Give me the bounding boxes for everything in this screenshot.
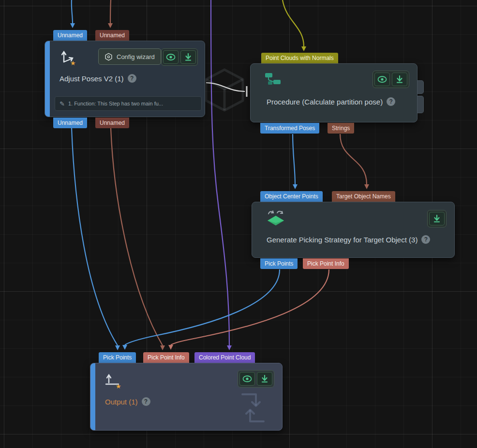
picking-strategy-icon [265,208,287,228]
node-title: Procedure (Calculate partition pose) [267,98,383,106]
config-wizard-label: Config wizard [117,53,155,60]
node-note[interactable]: ✎ 1. Function: This Step has two main fu… [55,96,202,111]
help-badge[interactable]: ? [387,97,395,106]
hexagon-target-icon [104,53,113,61]
node-picking-strategy[interactable]: Generate Picking Strategy for Target Obj… [252,202,455,258]
output-icon: ★ [104,371,123,389]
output-port[interactable]: Unnamed [53,118,87,128]
note-text: 1. Function: This Step has two main fu..… [68,101,163,106]
node-procedure[interactable]: Procedure (Calculate partition pose) ? [250,63,417,122]
adjust-poses-icon: ★ [59,48,77,66]
download-arrow-icon [433,215,440,223]
node-output[interactable]: ★ Output (1) ? [90,363,283,431]
config-wizard-button[interactable]: Config wizard [98,48,161,65]
node-toolbar [161,48,198,66]
svg-text:★: ★ [116,383,121,389]
input-port[interactable]: Colored Point Cloud [194,352,255,363]
node-accent-bar [45,41,50,117]
download-arrow-icon [261,375,268,383]
node-title: Output (1) [105,398,138,406]
collapsed-side-tab[interactable] [417,96,424,113]
node-toolbar [238,370,274,388]
node-adjust-poses[interactable]: ★ Config wizard [45,41,205,117]
swap-watermark-icon [233,388,273,428]
help-badge[interactable]: ? [421,235,430,244]
output-port[interactable]: Pick Points [260,258,298,269]
download-button[interactable] [392,73,407,86]
download-button[interactable] [257,372,272,386]
edit-note-icon: ✎ [60,100,65,107]
download-arrow-icon [396,75,403,83]
node-toolbar [373,71,409,88]
help-badge[interactable]: ? [128,74,136,83]
input-port[interactable]: Object Center Points [260,191,323,202]
output-port[interactable]: Strings [328,123,354,134]
visibility-button[interactable] [163,50,179,64]
output-port[interactable]: Pick Point Info [303,258,349,269]
eye-icon [242,375,252,382]
node-title: Adjust Poses V2 (1) [60,75,124,83]
node-toolbar [427,210,447,227]
visibility-button[interactable] [374,73,390,86]
eye-icon [377,76,387,83]
node-accent-bar [90,363,95,430]
input-port[interactable]: Pick Point Info [143,352,189,363]
download-button[interactable] [180,50,196,64]
input-port[interactable]: Point Clouds with Normals [261,53,338,63]
input-port[interactable]: Unnamed [53,30,87,41]
visibility-button[interactable] [239,372,255,386]
input-port[interactable]: Pick Points [99,352,136,363]
download-arrow-icon [185,53,192,61]
svg-text:★: ★ [70,60,76,66]
collapsed-side-tab[interactable] [417,80,424,94]
cube-watermark-icon [202,67,247,113]
help-badge[interactable]: ? [142,397,150,406]
procedure-icon [263,72,283,89]
output-port[interactable]: Transformed Poses [260,123,319,134]
node-title: Generate Picking Strategy for Target Obj… [267,236,417,244]
node-graph-canvas[interactable]: Unnamed Unnamed ★ Config wizard [0,0,477,448]
eye-icon [166,54,176,60]
download-button[interactable] [429,212,445,225]
input-port[interactable]: Unnamed [95,30,129,41]
output-port[interactable]: Unnamed [95,118,129,128]
input-port[interactable]: Target Object Names [332,191,395,202]
